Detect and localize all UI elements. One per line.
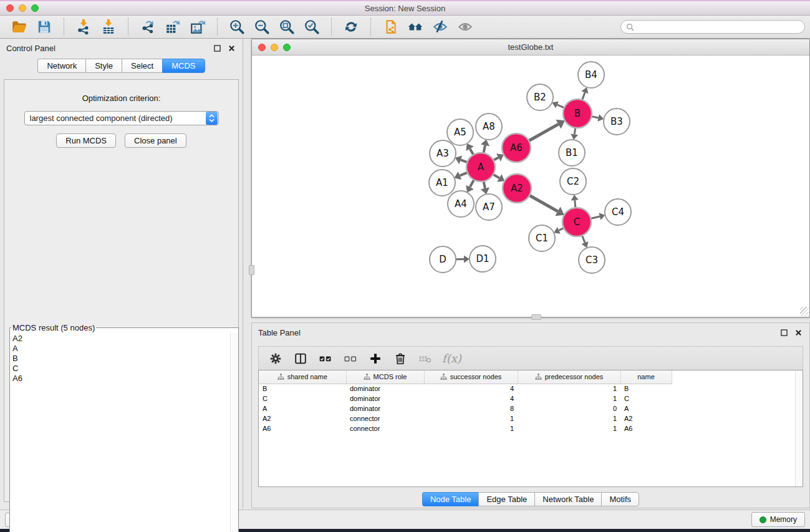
add-column-button[interactable] [366, 350, 385, 367]
list-item[interactable]: B [12, 354, 238, 364]
home-view-button[interactable] [405, 17, 426, 36]
import-table-button[interactable] [98, 17, 119, 36]
graph-edge-arrow-icon [597, 114, 604, 122]
control-panel-title: Control Panel [6, 44, 55, 53]
toolbar-separator [128, 18, 128, 36]
graph-edge-A6-B [529, 124, 558, 141]
close-panel-icon[interactable] [227, 44, 236, 53]
list-item[interactable]: A2 [12, 334, 238, 344]
namespace-icon [440, 374, 447, 380]
unchecked-boxes-icon [344, 352, 357, 365]
result-scrollbar[interactable] [230, 332, 238, 532]
graph-node-label-B1: B1 [566, 147, 578, 158]
column-header-mcds-role[interactable]: MCDS role [346, 370, 424, 384]
graph-edge-arrow-icon [571, 195, 579, 201]
graph-edge-C-C2 [575, 200, 576, 208]
optimization-criterion-label: Optimization criterion: [82, 94, 161, 103]
float-panel-icon[interactable] [213, 44, 222, 53]
graph-node-label-C: C [574, 216, 580, 228]
graph-edge-A-A6 [493, 158, 498, 160]
apply-layout-button[interactable] [340, 17, 362, 36]
graph-node-label-A6: A6 [510, 142, 523, 153]
splitter-handle[interactable] [531, 314, 541, 320]
search-input[interactable] [637, 22, 799, 31]
column-header-name[interactable]: name [620, 370, 672, 384]
checked-boxes-icon [319, 352, 332, 365]
tab-mcds[interactable]: MCDS [162, 59, 205, 73]
graph-edge-A-A4 [470, 180, 474, 187]
toolbar-separator [64, 18, 64, 36]
import-network-button[interactable] [73, 17, 94, 36]
tab-motifs[interactable]: Motifs [601, 492, 639, 506]
network-window-titlebar[interactable]: testGlobe.txt [252, 39, 809, 56]
mcds-result-list[interactable]: A2 A B C A6 [10, 332, 238, 532]
graph-edge-A-A8 [484, 145, 485, 153]
first-neighbors-button[interactable] [380, 17, 401, 36]
graph-node-label-A1: A1 [436, 177, 448, 188]
save-session-button[interactable] [34, 17, 55, 36]
network-graph[interactable]: A5A8A3AA1A4A7A6A2BB2B4B3B1CC2C4C1C3DD1 [252, 56, 809, 316]
gear-icon [269, 352, 282, 365]
table-row[interactable]: Cdominator41C [259, 394, 672, 404]
graph-edge-B-B3 [592, 117, 599, 118]
list-item[interactable]: A6 [12, 374, 238, 384]
graph-node-label-D: D [439, 254, 446, 265]
list-item[interactable]: C [12, 364, 238, 374]
hide-graphics-details-button[interactable] [430, 17, 451, 36]
search-field[interactable] [620, 20, 805, 34]
run-mcds-button[interactable]: Run MCDS [56, 133, 116, 148]
table-row[interactable]: Adominator80A [259, 404, 672, 414]
table-row[interactable]: A6connector11A6 [259, 423, 672, 433]
float-panel-icon[interactable] [779, 328, 789, 337]
graph-edge-C-C3 [582, 235, 585, 243]
table-scrollbar[interactable] [795, 370, 803, 486]
export-network-button[interactable] [137, 17, 158, 36]
show-all-columns-button[interactable] [316, 350, 335, 367]
column-header-successor-nodes[interactable]: successor nodes [424, 370, 518, 384]
select-stepper-icon [206, 112, 218, 125]
zoom-fit-button[interactable] [276, 17, 297, 36]
import-network-icon [75, 19, 92, 35]
criterion-select[interactable]: largest connected component (directed) [24, 111, 219, 125]
close-panel-icon[interactable] [794, 328, 803, 337]
table-row[interactable]: Bdominator41B [259, 384, 672, 394]
open-session-button[interactable] [9, 17, 30, 36]
list-item[interactable]: A [12, 344, 238, 354]
split-view-button[interactable] [291, 350, 310, 367]
show-graphics-details-button[interactable] [455, 17, 476, 36]
graph-node-label-A: A [478, 162, 485, 173]
zoom-out-icon [254, 19, 270, 35]
graph-edge-arrow-icon [481, 188, 489, 195]
tab-style[interactable]: Style [85, 59, 122, 73]
export-image-button[interactable] [187, 17, 208, 36]
splitter-handle[interactable] [249, 265, 254, 275]
toolbar-separator [217, 18, 218, 36]
table-toolbar: f(x) [258, 346, 803, 370]
graph-node-label-A2: A2 [511, 183, 523, 194]
memory-button[interactable]: Memory [751, 512, 805, 527]
export-table-button[interactable] [162, 17, 183, 36]
zoom-selected-button[interactable] [301, 17, 322, 36]
tab-edge-table[interactable]: Edge Table [478, 492, 534, 506]
graph-node-label-C1: C1 [536, 233, 548, 244]
function-builder-button[interactable]: f(x) [441, 352, 461, 365]
delete-columns-button[interactable] [391, 350, 410, 367]
network-canvas[interactable]: A5A8A3AA1A4A7A6A2BB2B4B3B1CC2C4C1C3DD1 [252, 56, 809, 316]
tab-network-table[interactable]: Network Table [534, 492, 601, 506]
close-panel-button[interactable]: Close panel [125, 133, 186, 148]
delete-table-button[interactable] [416, 350, 435, 367]
table-options-button[interactable] [266, 350, 285, 367]
hide-all-columns-button[interactable] [341, 350, 360, 367]
zoom-out-button[interactable] [251, 17, 272, 36]
tab-select[interactable]: Select [122, 59, 162, 73]
zoom-in-button[interactable] [226, 17, 248, 36]
tab-network[interactable]: Network [37, 59, 85, 73]
tab-node-table[interactable]: Node Table [422, 492, 479, 506]
graph-edge-A-A1 [460, 173, 467, 176]
graph-edge-C-C4 [591, 216, 599, 219]
resize-grip-icon[interactable] [800, 307, 809, 316]
column-header-predecessor-nodes[interactable]: predecessor nodes [518, 370, 620, 384]
table-row[interactable]: A2connector11A2 [259, 414, 672, 423]
column-header-shared-name[interactable]: shared name [259, 370, 346, 384]
toolbar-separator [331, 18, 332, 36]
